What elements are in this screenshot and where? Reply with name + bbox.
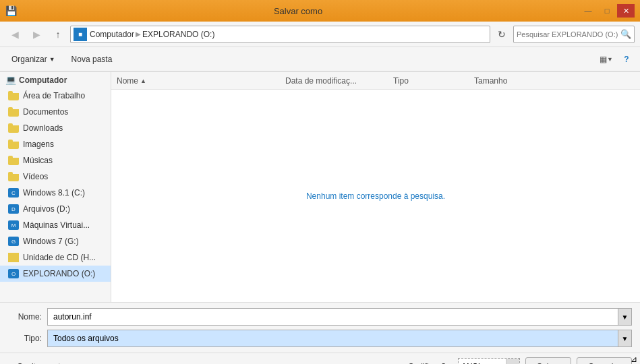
address-breadcrumb: ■ Computador ▶ EXPLORANDO (O:) (71, 26, 490, 42)
col-header-name[interactable]: Nome ▲ (117, 76, 285, 86)
folder-icon-imagens (8, 139, 19, 150)
address-bar[interactable]: ■ Computador ▶ EXPLORANDO (O:) (70, 26, 490, 43)
hide-folders-label: Ocultar pastas (17, 362, 69, 365)
empty-message: Nenhum item corresponde à pesquisa. (111, 90, 640, 302)
col-header-type[interactable]: Tipo (393, 76, 474, 86)
nome-dropdown-arrow[interactable]: ▼ (618, 308, 632, 326)
codificacao-dropdown-arrow[interactable]: ▼ (506, 359, 519, 365)
sidebar-label-documentos: Documentos (23, 107, 68, 117)
codificacao-label: Codificação: (408, 362, 453, 365)
view-button[interactable]: ▦ ▼ (597, 51, 616, 67)
nome-row: Nome: ▼ (8, 308, 632, 326)
drive-icon-maquinas: M (8, 220, 19, 231)
refresh-button[interactable]: ↻ (493, 26, 511, 43)
minimize-button[interactable]: — (579, 4, 597, 18)
nome-input-wrap: ▼ (47, 308, 632, 326)
sidebar-label-windows7: Windows 7 (G:) (23, 237, 79, 246)
up-button[interactable]: ↑ (49, 26, 67, 42)
drive-icon-windows81: C (8, 187, 19, 198)
breadcrumb-sep-1: ▶ (136, 30, 141, 38)
title-bar-text: Salvar como (17, 6, 579, 16)
app-icon: 💾 (5, 5, 17, 16)
title-bar: 💾 Salvar como — □ ✕ (0, 0, 640, 22)
sidebar-item-arquivos-d[interactable]: D Arquivos (D:) (0, 201, 111, 217)
folder-icon-videos (8, 171, 19, 182)
toolbar-right: ▦ ▼ ? (597, 51, 635, 67)
address-drive-icon: ■ (74, 28, 87, 41)
sidebar-computer-label: Computador (19, 75, 67, 85)
sidebar-label-maquinas: Máquinas Virtuai... (23, 220, 90, 230)
sidebar-item-documentos[interactable]: Documentos (0, 104, 111, 120)
file-list: Nome ▲ Data de modificaç... Tipo Tamanho… (111, 72, 640, 302)
nome-input[interactable] (47, 308, 618, 326)
footer-bar: ◀ Ocultar pastas Codificação: ▼ Salvar C… (0, 353, 640, 364)
folder-icon-area-trabalho (8, 90, 19, 101)
drive-icon-explorando: O (8, 268, 19, 279)
title-bar-icon: 💾 (5, 5, 17, 16)
tipo-row: Tipo: Todos os arquivos ▼ (8, 330, 632, 347)
resize-handle[interactable]: ⊿ (631, 355, 640, 364)
sidebar-item-downloads[interactable]: Downloads (0, 120, 111, 136)
cancelar-button[interactable]: Cancelar (577, 357, 632, 365)
codificacao-input[interactable] (459, 359, 506, 365)
sidebar-item-explorando[interactable]: O EXPLORANDO (O:) (0, 266, 111, 282)
bottom-bar: Nome: ▼ Tipo: Todos os arquivos ▼ (0, 302, 640, 353)
content-area: 💻 Computador Área de Trabalho Documentos… (0, 71, 640, 302)
folder-icon-downloads (8, 123, 19, 133)
tipo-display: Todos os arquivos (47, 330, 618, 347)
close-button[interactable]: ✕ (617, 4, 635, 18)
codificacao-select-wrap: ▼ (458, 358, 520, 365)
sidebar-label-musicas: Músicas (23, 156, 53, 165)
sidebar-label-area-trabalho: Área de Trabalho (23, 91, 85, 100)
sidebar-label-windows81: Windows 8.1 (C:) (23, 188, 85, 198)
computer-icon: 💻 (5, 75, 16, 85)
nome-label: Nome: (8, 312, 42, 322)
col-header-date[interactable]: Data de modificaç... (285, 76, 393, 86)
sidebar-label-imagens: Imagens (23, 140, 54, 149)
sidebar-item-cd[interactable]: Unidade de CD (H... (0, 249, 111, 266)
folder-icon-musicas (8, 155, 19, 166)
sidebar-label-videos: Vídeos (23, 172, 48, 181)
breadcrumb-drive: EXPLORANDO (O:) (142, 30, 214, 39)
window-controls: — □ ✕ (579, 4, 635, 18)
sidebar-item-musicas[interactable]: Músicas (0, 152, 111, 169)
sidebar: 💻 Computador Área de Trabalho Documentos… (0, 72, 111, 302)
main-toolbar: Organizar ▼ Nova pasta ▦ ▼ ? (0, 47, 640, 71)
hide-folders-arrow-icon: ◀ (8, 362, 14, 365)
search-box: 🔍 (513, 26, 635, 43)
sidebar-item-imagens[interactable]: Imagens (0, 136, 111, 152)
sidebar-label-arquivos-d: Arquivos (D:) (23, 204, 70, 214)
sidebar-computer-header[interactable]: 💻 Computador (0, 72, 111, 88)
sidebar-item-maquinas[interactable]: M Máquinas Virtuai... (0, 217, 111, 233)
search-icon: 🔍 (620, 29, 631, 39)
column-header: Nome ▲ Data de modificaç... Tipo Tamanho (111, 72, 640, 90)
sidebar-label-explorando: EXPLORANDO (O:) (23, 269, 95, 278)
back-button[interactable]: ◀ (5, 26, 24, 42)
drive-icon-windows7: G (8, 236, 19, 247)
sidebar-label-downloads: Downloads (23, 123, 63, 133)
sidebar-item-windows81[interactable]: C Windows 8.1 (C:) (0, 185, 111, 201)
drive-icon-cd (8, 252, 19, 263)
nova-pasta-button[interactable]: Nova pasta (65, 51, 119, 67)
sidebar-item-videos[interactable]: Vídeos (0, 169, 111, 185)
nav-bar: ◀ ▶ ↑ ■ Computador ▶ EXPLORANDO (O:) ↻ 🔍 (0, 22, 640, 47)
col-header-size[interactable]: Tamanho (474, 76, 542, 86)
folder-icon-documentos (8, 107, 19, 117)
drive-icon-arquivos-d: D (8, 204, 19, 214)
sidebar-item-windows7[interactable]: G Windows 7 (G:) (0, 233, 111, 249)
sidebar-label-cd: Unidade de CD (H... (23, 253, 96, 262)
tipo-label: Tipo: (8, 334, 42, 343)
sidebar-item-area-trabalho[interactable]: Área de Trabalho (0, 88, 111, 104)
search-input[interactable] (517, 30, 620, 38)
hide-folders-button[interactable]: ◀ Ocultar pastas (8, 362, 69, 365)
tipo-input-wrap: Todos os arquivos ▼ (47, 330, 632, 347)
maximize-button[interactable]: □ (598, 4, 616, 18)
forward-button[interactable]: ▶ (27, 26, 46, 42)
organizar-button[interactable]: Organizar ▼ (5, 51, 61, 67)
breadcrumb-computer: Computador (90, 30, 134, 39)
help-button[interactable]: ? (618, 51, 635, 67)
tipo-dropdown-arrow[interactable]: ▼ (618, 330, 632, 347)
salvar-button[interactable]: Salvar (525, 357, 571, 365)
